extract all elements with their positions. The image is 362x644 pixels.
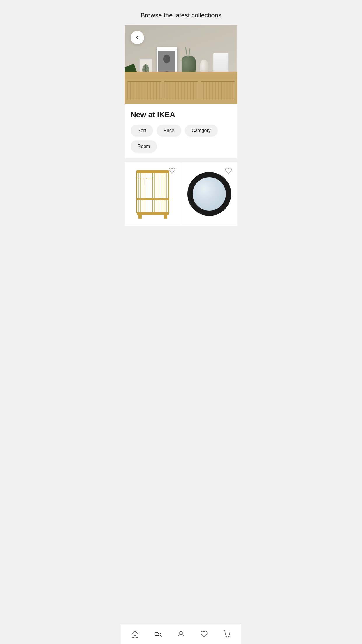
filter-category[interactable]: Category (185, 125, 218, 137)
svg-rect-28 (164, 215, 167, 219)
page-title: Browse the latest collections (126, 12, 236, 19)
back-button[interactable] (131, 31, 144, 44)
svg-rect-25 (137, 198, 169, 200)
svg-point-7 (163, 55, 170, 63)
svg-rect-24 (137, 171, 169, 173)
heart-icon-mirror (225, 167, 232, 174)
page-header: Browse the latest collections (121, 0, 241, 25)
back-arrow-icon (136, 36, 140, 40)
product-card-mirror[interactable] (181, 162, 237, 226)
filter-row: Sort Price Category Room (131, 125, 231, 153)
product-card-wardrobe[interactable] (125, 162, 181, 226)
svg-rect-26 (137, 212, 169, 215)
product-grid (125, 162, 237, 226)
wishlist-button-mirror[interactable] (223, 165, 234, 176)
svg-rect-27 (138, 215, 142, 219)
filter-room[interactable]: Room (131, 140, 157, 153)
heart-icon (168, 167, 175, 174)
mirror-image (186, 171, 233, 217)
wardrobe-image (134, 169, 172, 219)
filter-sort[interactable]: Sort (131, 125, 153, 137)
section-title: New at IKEA (131, 110, 231, 119)
hero-card: New at IKEA Sort Price Category Room (125, 25, 237, 158)
filter-price[interactable]: Price (157, 125, 181, 137)
hero-image (125, 25, 237, 104)
hero-info: New at IKEA Sort Price Category Room (125, 104, 237, 158)
mirror-circle (187, 172, 231, 216)
sideboard (125, 72, 237, 104)
wishlist-button-wardrobe[interactable] (167, 165, 177, 176)
